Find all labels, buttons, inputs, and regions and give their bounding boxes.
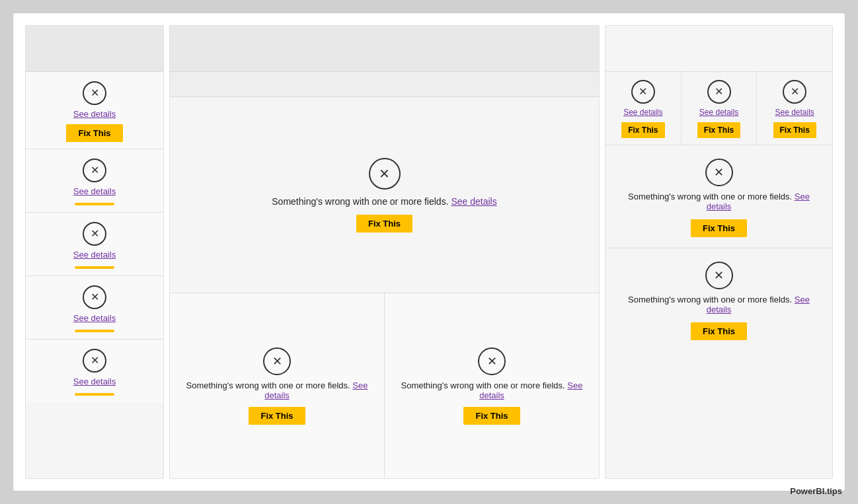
right-col-card-3: See details Fix This <box>757 72 832 145</box>
center-bottom-right-card: Something's wrong with one or more field… <box>385 293 599 478</box>
center-bottom-left-error-text: Something's wrong with one or more field… <box>183 380 371 400</box>
left-error-card-4: See details <box>26 276 163 340</box>
left-error-card-5: See details <box>26 340 163 402</box>
see-details-link-2[interactable]: See details <box>73 186 116 196</box>
right-middle-card: Something's wrong with one or more field… <box>605 145 832 248</box>
right-col-3-error-icon <box>783 80 806 104</box>
left-panel: See details Fix This See details See det… <box>25 25 164 479</box>
center-panel: Something's wrong with one or more field… <box>169 25 600 479</box>
right-bottom-card: Something's wrong with one or more field… <box>605 248 832 478</box>
left-panel-header <box>26 26 163 72</box>
left-error-card-1: See details Fix This <box>26 72 163 149</box>
error-icon-3 <box>83 222 106 246</box>
watermark-suffix: tips <box>827 486 842 496</box>
right-middle-error-icon <box>705 159 733 186</box>
fix-this-button-1[interactable]: Fix This <box>66 124 122 142</box>
right-middle-error-text: Something's wrong with one or more field… <box>625 192 812 211</box>
yellow-bar-4 <box>75 330 114 332</box>
center-panel-header <box>170 26 599 72</box>
right-col-2-error-icon <box>707 80 731 104</box>
see-details-link-4[interactable]: See details <box>73 313 116 323</box>
right-col-card-1: See details Fix This <box>605 72 682 145</box>
see-details-link-3[interactable]: See details <box>73 250 116 260</box>
center-top-error-text: Something's wrong with one or more field… <box>272 196 496 207</box>
error-icon-4 <box>83 285 106 309</box>
right-three-col-section: See details Fix This See details Fix Thi… <box>605 72 832 145</box>
center-bottom: Something's wrong with one or more field… <box>170 293 599 478</box>
center-bottom-left-error-icon <box>263 347 291 375</box>
right-middle-fix-button[interactable]: Fix This <box>691 219 747 237</box>
center-top-fix-button[interactable]: Fix This <box>356 215 412 233</box>
yellow-bar-2 <box>75 203 114 205</box>
right-col-1-fix-button[interactable]: Fix This <box>621 122 664 138</box>
see-details-link-1[interactable]: See details <box>73 109 116 119</box>
right-col-card-2: See details Fix This <box>682 72 758 145</box>
see-details-link-5[interactable]: See details <box>73 377 116 386</box>
right-col-1-see-details[interactable]: See details <box>623 108 662 117</box>
center-bottom-right-error-icon <box>478 347 506 375</box>
right-col-1-error-icon <box>631 80 655 104</box>
center-top-card: Something's wrong with one or more field… <box>170 97 599 293</box>
error-icon-5 <box>83 349 106 373</box>
right-bottom-error-icon <box>705 262 733 289</box>
yellow-bar-5 <box>75 393 114 396</box>
error-icon-1 <box>83 81 106 105</box>
center-top-see-details[interactable]: See details <box>451 196 496 207</box>
right-panel-header <box>605 26 832 72</box>
watermark: PowerBI.tips <box>790 486 842 496</box>
main-container: See details Fix This See details See det… <box>13 13 845 491</box>
left-error-card-3: See details <box>26 213 163 276</box>
center-bottom-right-error-text: Something's wrong with one or more field… <box>398 380 586 400</box>
left-error-card-2: See details <box>26 149 163 213</box>
right-bottom-fix-button[interactable]: Fix This <box>691 322 747 340</box>
center-bottom-left-card: Something's wrong with one or more field… <box>170 293 385 478</box>
watermark-text: PowerBI <box>790 486 824 496</box>
right-col-2-see-details[interactable]: See details <box>699 108 738 117</box>
right-col-3-see-details[interactable]: See details <box>775 108 814 117</box>
center-panel-subheader <box>170 72 599 97</box>
right-col-3-fix-button[interactable]: Fix This <box>773 122 816 138</box>
right-panel: See details Fix This See details Fix Thi… <box>605 25 833 479</box>
right-bottom-error-text: Something's wrong with one or more field… <box>625 295 812 314</box>
center-bottom-right-fix-button[interactable]: Fix This <box>463 407 520 425</box>
yellow-bar-3 <box>75 266 114 269</box>
error-icon-2 <box>83 159 106 182</box>
center-bottom-left-fix-button[interactable]: Fix This <box>249 407 305 425</box>
center-top-error-icon <box>369 158 401 190</box>
right-col-2-fix-button[interactable]: Fix This <box>697 122 740 138</box>
